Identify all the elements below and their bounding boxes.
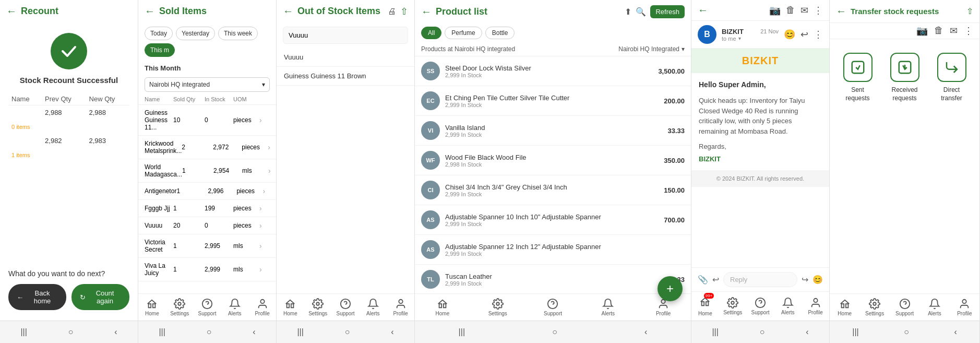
android-back-icon3[interactable]: ‹ [383,325,402,339]
nav-profile[interactable]: Profile [950,298,979,316]
back-icon[interactable]: ← [421,6,432,18]
android-menu-icon3[interactable]: ||| [289,325,312,339]
nav-profile[interactable]: Profile [636,298,691,316]
share-icon2[interactable]: ⇧ [966,6,973,16]
nav-support[interactable]: Support [194,298,221,316]
trash-icon[interactable]: 🗑 [786,5,795,16]
nav-home[interactable]: Home [138,298,166,316]
search-icon[interactable]: 🔍 [636,7,646,17]
count-again-button[interactable]: ↻ Count again [71,284,129,310]
nav-home[interactable]: 99+ Home [691,296,719,316]
emoji-icon[interactable]: 😊 [784,29,795,40]
android-home-icon5[interactable]: ○ [751,325,773,339]
android-menu-icon6[interactable]: ||| [844,325,867,339]
back-icon[interactable]: ← [836,5,846,17]
nav-profile[interactable]: Profile [802,297,829,315]
back-icon[interactable]: ← [698,4,708,16]
chevron-down-icon[interactable]: ▾ [738,36,741,41]
filter-bottle[interactable]: Bottle [485,27,515,39]
nav-settings[interactable]: Settings [304,298,332,316]
add-product-fab[interactable]: + [658,276,683,301]
nav-support[interactable]: Support [890,298,919,316]
android-home-icon3[interactable]: ○ [337,325,358,339]
location-select[interactable]: Nairobi HQ Integrated ▾ [618,45,685,53]
android-menu-icon5[interactable]: ||| [703,325,726,339]
list-item[interactable]: Antigenetor 1 2,996 pieces › [138,183,276,200]
list-item[interactable]: Fgggb Jjj 1 199 pieces › [138,200,276,217]
list-item[interactable]: VI Vanilla Island 2,999 In Stock 33.33 [415,116,691,146]
list-item[interactable]: AS Adjustable Spanner 12 Inch 12" Adjust… [415,235,691,265]
refresh-button[interactable]: Refresh [650,5,685,18]
sent-requests-action[interactable]: Sent requests [840,53,876,102]
filter-perfume[interactable]: Perfume [445,27,482,39]
list-item[interactable]: Vuuuu 20 0 pieces › [138,217,276,234]
more-options-icon[interactable]: ⋮ [814,29,823,40]
nav-home[interactable]: Home [277,298,304,316]
list-item[interactable]: CI Chisel 3/4 Inch 3/4" Grey Chisel 3/4 … [415,175,691,205]
nav-settings[interactable]: Settings [470,298,525,316]
nav-support[interactable]: Support [747,297,774,315]
nav-profile[interactable]: Profile [387,298,414,316]
list-item[interactable]: AS Adjustable Spanner 10 Inch 10" Adjust… [415,205,691,235]
list-item[interactable]: Viva La Juicy 1 2,999 mls › [138,258,276,281]
reply-icon[interactable]: ↩ [800,29,808,40]
android-home-icon2[interactable]: ○ [198,325,220,339]
nav-alerts[interactable]: Alerts [774,297,802,315]
list-item[interactable]: Guiness Guiness 11... 10 0 pieces › [138,105,276,136]
nav-settings[interactable]: Settings [859,298,889,316]
emoji-btn-icon[interactable]: 😊 [812,275,823,285]
android-menu-icon4[interactable]: ||| [450,325,473,339]
nav-home[interactable]: Home [830,298,859,316]
printer-icon[interactable]: 🖨 [388,7,396,16]
trash-icon2[interactable]: 🗑 [934,25,943,37]
filter-yesterday[interactable]: Yesterday [176,27,215,40]
android-menu-icon[interactable]: ||| [12,325,35,339]
list-item[interactable]: WF Wood File Black Wood File 2,998 In St… [415,146,691,175]
back-home-button[interactable]: ← Back home [8,284,66,310]
android-home-icon[interactable]: ○ [60,325,82,339]
mail-icon[interactable]: ✉ [800,5,808,16]
nav-settings[interactable]: Settings [166,298,194,316]
reply-input[interactable]: Reply [723,272,797,287]
android-back-icon2[interactable]: ‹ [244,325,264,339]
list-item[interactable]: EC Et Ching Pen Tile Cutter Silver Tile … [415,86,691,116]
nav-alerts[interactable]: Alerts [359,298,387,316]
received-requests-action[interactable]: Received requests [887,53,923,102]
back-icon[interactable]: ← [145,5,155,17]
nav-settings[interactable]: Settings [719,297,747,315]
android-back-icon6[interactable]: ‹ [946,325,965,339]
nav-alerts[interactable]: Alerts [919,298,949,316]
filter-thismonth[interactable]: This m [145,43,175,57]
list-item[interactable]: World Madagasca... 1 2,954 mls › [138,159,276,183]
location-select[interactable]: Nairobi HQ integrated ▾ [145,77,270,92]
upload-icon[interactable]: ⬆ [625,7,631,17]
android-back-icon[interactable]: ‹ [106,325,125,339]
android-back-icon4[interactable]: ‹ [636,325,655,339]
nav-home[interactable]: Home [415,298,470,316]
filter-thisweek[interactable]: This week [218,27,258,40]
reply-btn-icon[interactable]: ↩ [712,275,719,285]
list-item[interactable]: Victoria Secret 1 2,995 mls › [138,234,276,258]
list-item[interactable]: Vuuuu [277,48,414,67]
share-icon[interactable]: ⇧ [400,6,408,17]
list-item[interactable]: TL Tuscan Leather 2,999 In Stock 33.33 [415,265,691,293]
camera-icon[interactable]: 📷 [769,5,781,16]
more-icon[interactable]: ⋮ [814,5,823,16]
nav-alerts[interactable]: Alerts [580,298,636,316]
android-back-icon5[interactable]: ‹ [797,325,817,339]
camera-icon2[interactable]: 📷 [916,25,928,37]
back-icon[interactable]: ← [283,5,293,17]
back-icon[interactable]: ← [6,5,17,17]
android-menu-icon2[interactable]: ||| [150,325,173,339]
nav-alerts[interactable]: Alerts [221,298,248,316]
list-item[interactable]: Krickwood Metalsprink... 2 2,972 pieces … [138,136,276,159]
android-home-icon6[interactable]: ○ [895,325,917,339]
more-icon2[interactable]: ⋮ [964,25,973,37]
list-item[interactable]: Guiness Guiness 11 Brown [277,67,414,86]
nav-support[interactable]: Support [332,298,360,316]
android-home-icon4[interactable]: ○ [544,325,566,339]
list-item[interactable]: SS Steel Door Lock Wista Silver 2,999 In… [415,56,691,86]
filter-today[interactable]: Today [145,27,173,40]
filter-all[interactable]: All [421,27,441,39]
direct-transfer-action[interactable]: Direct transfer [934,53,970,102]
